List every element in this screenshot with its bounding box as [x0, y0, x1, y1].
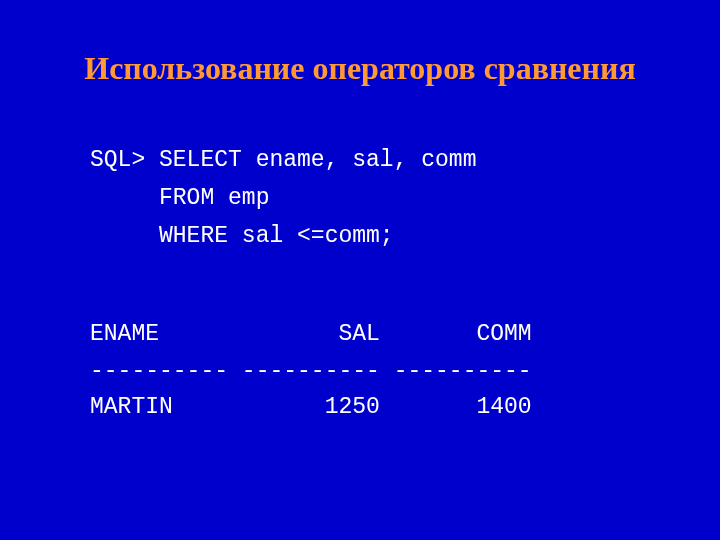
- sql-line-2: FROM emp: [90, 185, 269, 211]
- output-header: ENAME SAL COMM: [90, 321, 532, 347]
- sql-code-block: SQL> SELECT ename, sal, comm FROM emp WH…: [90, 142, 670, 256]
- slide-container: Использование операторов сравнения SQL> …: [0, 0, 720, 540]
- output-row-1: MARTIN 1250 1400: [90, 394, 532, 420]
- output-divider: ---------- ---------- ----------: [90, 358, 532, 384]
- sql-output-block: ENAME SAL COMM ---------- ---------- ---…: [90, 316, 670, 426]
- sql-line-1: SQL> SELECT ename, sal, comm: [90, 147, 476, 173]
- sql-line-3: WHERE sal <=comm;: [90, 223, 394, 249]
- slide-title: Использование операторов сравнения: [50, 50, 670, 87]
